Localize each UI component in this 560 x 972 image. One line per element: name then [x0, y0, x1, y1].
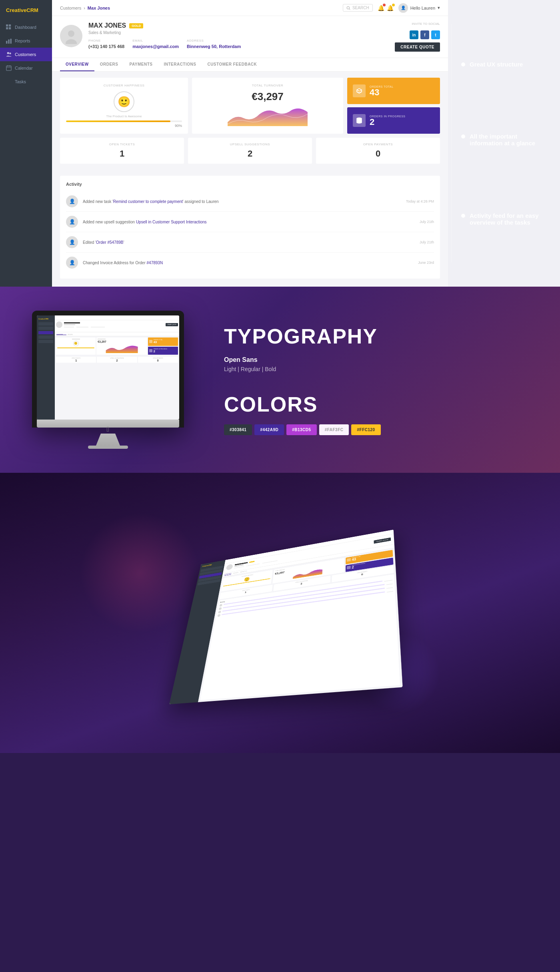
svg-rect-11 [10, 65, 10, 67]
phone-value: (+31) 140 175 468 [88, 44, 124, 49]
iso-act-av-2 [219, 607, 222, 610]
tab-overview[interactable]: OVERVIEW [60, 58, 94, 71]
mini-smiley: 🙂 [73, 341, 79, 346]
color-swatch-1: #303841 [224, 424, 252, 435]
activity-text-1: Added new task 'Remind customer to compl… [83, 199, 401, 204]
monitor-apple-logo:  [107, 425, 110, 434]
activity-suffix-1: ' assigned to Lauren [183, 199, 219, 204]
bell-2[interactable]: 🔔 [387, 5, 394, 11]
mini-box-icon [149, 340, 152, 343]
profile-header: MAX JONES GOLD Sales & Marketing PHONE (… [52, 16, 448, 58]
create-quote-button[interactable]: CREATE QUOTE [395, 42, 440, 52]
annotation-dot-2 [461, 135, 465, 139]
mini-progress-info: ORDERS IN PROGRESS 2 [153, 348, 167, 353]
avatar [60, 25, 82, 47]
font-name: Open Sans [224, 356, 528, 363]
activity-highlight-1[interactable]: Remind customer to complete payment [113, 199, 183, 204]
mini-stat-2: UPSELL SUGGESTIONS 2 [97, 357, 137, 363]
twitter-icon[interactable]: t [431, 30, 440, 39]
annotation-dot-1 [461, 62, 465, 66]
sidebar-label-calendar: Calendar [15, 66, 33, 70]
svg-rect-10 [8, 65, 8, 67]
svg-rect-4 [6, 41, 8, 44]
mini-stat-1-val: 1 [57, 359, 95, 362]
svg-rect-3 [9, 27, 11, 29]
box-icon [356, 87, 363, 94]
svg-rect-5 [8, 40, 10, 44]
monitor-foot [88, 446, 128, 449]
mini-turnover-val: €3,297 [98, 340, 146, 343]
activity-highlight-2[interactable]: Upsell in Customer Support Interactions [136, 220, 207, 224]
search-icon [346, 6, 350, 10]
orders-total-icon [353, 84, 366, 97]
breadcrumb-separator: › [84, 6, 85, 10]
mini-nav-1 [38, 322, 53, 325]
upsell-suggestions-card: UPSELL SUGGESTIONS 2 [188, 138, 312, 164]
colors-heading: COLORS [224, 392, 528, 416]
svg-rect-12 [6, 67, 11, 68]
iso-act-time-2 [386, 583, 393, 585]
typography-heading: TYPOGRAPHY [224, 324, 528, 348]
mini-nav-3 [38, 331, 53, 334]
activity-item-2: 👤 Added new upsell suggestion Upsell in … [66, 212, 434, 232]
mini-logo: CreativeCRM [38, 318, 53, 320]
turnover-value: €3,297 [252, 90, 284, 103]
gold-badge: GOLD [129, 23, 143, 28]
color-swatch-3: #B13CD5 [286, 424, 316, 435]
upsell-value: 2 [194, 149, 306, 159]
svg-rect-6 [10, 39, 12, 44]
sidebar-item-calendar[interactable]: Calendar [0, 61, 52, 75]
isometric-card: CreativeCRM [169, 530, 402, 704]
orders-progress-label: ORDERS IN PROGRESS [370, 115, 406, 118]
search-placeholder: SEARCH [352, 6, 369, 10]
annotation-text-1: Great UX structure [470, 61, 548, 68]
activity-highlight-3[interactable]: Order #54789B [96, 240, 123, 245]
activity-text-3: Edited 'Order #54789B' [83, 240, 415, 245]
happiness-progress-bar [66, 120, 182, 122]
facebook-icon[interactable]: f [420, 30, 429, 39]
mini-quote-btn: CREATE QUOTE [166, 323, 178, 326]
mini-profile-text [64, 322, 164, 327]
annotation-1: Great UX structure [460, 61, 548, 68]
annotation-panel: Great UX structure All the important inf… [448, 0, 560, 287]
mini-db-icon [149, 349, 152, 352]
breadcrumb-parent[interactable]: Customers [60, 6, 81, 10]
happiness-progress-fill [66, 120, 170, 122]
sidebar-item-tasks[interactable]: Tasks [0, 75, 52, 88]
sidebar-label-dashboard: Dashboard [15, 25, 36, 30]
profile-info: MAX JONES GOLD Sales & Marketing PHONE (… [88, 22, 241, 50]
mini-orders-info: ORDERS TOTAL 43 [153, 339, 162, 344]
cards-area: CUSTOMER HAPPINESS 🙂 The Product Is Awes… [52, 72, 448, 176]
iso-gold-badge [249, 561, 254, 563]
user-menu[interactable]: 👤 Hello Lauren ▾ [398, 3, 440, 13]
tab-customer-feedback[interactable]: CUSTOMER FEEDBACK [202, 58, 262, 71]
mini-stat-3-val: 0 [139, 359, 177, 362]
svg-line-14 [349, 8, 350, 10]
open-payments-label: OPEN PAYMENTS [322, 143, 434, 146]
stats-row-1: CUSTOMER HAPPINESS 🙂 The Product Is Awes… [60, 78, 440, 134]
tab-orders[interactable]: ORDERS [94, 58, 124, 71]
color-swatches: #303841 #442A9D #B13CD5 #FAF3FC #FFC120 [224, 424, 528, 435]
iso-box-icon [347, 558, 351, 562]
phone-label: PHONE [88, 39, 124, 42]
bar-chart-icon [6, 38, 12, 44]
email-label: EMAIL [132, 39, 179, 42]
address-label: ADDRESS [187, 39, 241, 42]
sidebar-item-dashboard[interactable]: Dashboard [0, 20, 52, 34]
brand-logo[interactable]: CreativeCRM [0, 0, 52, 20]
orders-progress-info: ORDERS IN PROGRESS 2 [370, 115, 406, 127]
bell-1[interactable]: 🔔 [378, 5, 384, 11]
activity-section: Activity 👤 Added new task 'Remind custom… [60, 176, 440, 279]
sidebar-item-reports[interactable]: Reports [0, 34, 52, 48]
avatar-image [63, 28, 79, 44]
sidebar-item-customers[interactable]: Customers [0, 48, 52, 61]
isometric-section: CreativeCRM [0, 473, 560, 753]
linkedin-icon[interactable]: in [410, 30, 418, 39]
search-bar[interactable]: SEARCH [343, 4, 373, 12]
svg-point-8 [9, 52, 11, 54]
tab-interactions[interactable]: INTERACTIONS [158, 58, 202, 71]
activity-highlight-4[interactable]: #47893N [147, 261, 163, 265]
monitor-stand [96, 434, 120, 446]
brand-name-part1: Creative [6, 7, 26, 13]
tab-payments[interactable]: PAYMENTS [124, 58, 158, 71]
